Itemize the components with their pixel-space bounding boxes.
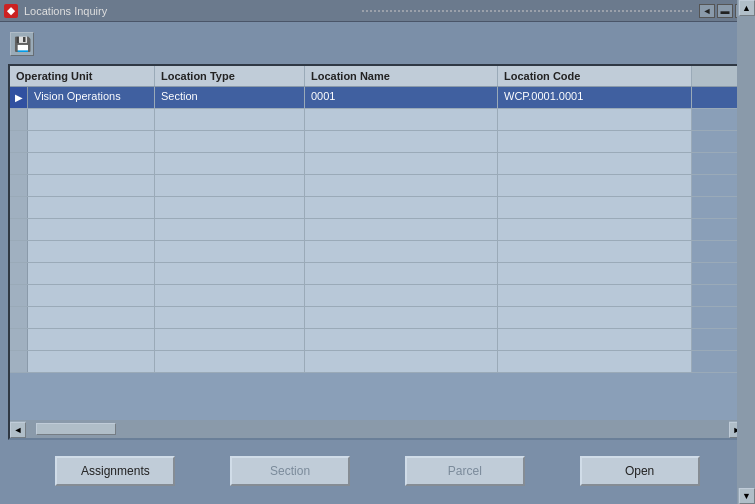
cell-operating-unit [28,109,155,130]
table-row[interactable] [10,153,745,175]
row-indicator [10,241,28,262]
save-toolbar-button[interactable]: 💾 [10,32,34,56]
cell-location-code [498,351,692,372]
col-header-location-code: Location Code [498,66,692,86]
cell-location-type [155,197,305,218]
restore-button[interactable]: ◄ [699,4,715,18]
cell-location-code [498,153,692,174]
open-button[interactable]: Open [580,456,700,486]
cell-location-name [305,263,498,284]
cell-location-name [305,351,498,372]
cell-operating-unit [28,175,155,196]
cell-operating-unit [28,329,155,350]
cell-location-name [305,329,498,350]
cell-location-type [155,263,305,284]
table-row[interactable] [10,219,745,241]
cell-operating-unit [28,263,155,284]
table-row[interactable] [10,241,745,263]
cell-location-name [305,285,498,306]
table-row[interactable] [10,197,745,219]
window-title: Locations Inquiry [24,5,356,17]
row-indicator [10,307,28,328]
cell-operating-unit [28,153,155,174]
cell-location-code [498,263,692,284]
window-body: 💾 Operating Unit Location Type Location … [0,22,755,504]
row-indicator [10,219,28,240]
cell-operating-unit [28,197,155,218]
cell-location-name: 0001 [305,87,498,108]
col-header-location-name: Location Name [305,66,498,86]
cell-location-code [498,307,692,328]
cell-location-name [305,153,498,174]
row-indicator [10,153,28,174]
cell-location-type [155,241,305,262]
row-indicator [10,175,28,196]
table-row[interactable] [10,263,745,285]
table-container: Operating Unit Location Type Location Na… [8,64,747,440]
table-row[interactable] [10,285,745,307]
col-header-operating-unit: Operating Unit [10,66,155,86]
vertical-scrollbar[interactable]: ▲ ▼ [737,87,745,420]
cell-location-name [305,241,498,262]
row-indicator [10,131,28,152]
title-dots [362,10,694,12]
cell-location-code [498,219,692,240]
minimize-button[interactable]: ▬ [717,4,733,18]
cell-operating-unit [28,351,155,372]
scroll-left-button[interactable]: ◄ [10,422,26,438]
table-main: ▶ Vision Operations Section 0001 WCP.000… [10,87,745,420]
cell-location-code [498,241,692,262]
scroll-track-horizontal [26,421,729,438]
cell-operating-unit [28,307,155,328]
app-icon: ◆ [4,4,18,18]
section-button[interactable]: Section [230,456,350,486]
table-row[interactable] [10,109,745,131]
cell-operating-unit: Vision Operations [28,87,155,108]
table-header: Operating Unit Location Type Location Na… [10,66,745,87]
cell-location-code [498,175,692,196]
row-indicator [10,197,28,218]
parcel-button[interactable]: Parcel [405,456,525,486]
table-content-area: ▶ Vision Operations Section 0001 WCP.000… [10,87,745,420]
save-icon: 💾 [14,36,31,52]
cell-location-type [155,285,305,306]
cell-location-name [305,307,498,328]
cell-location-type [155,219,305,240]
cell-location-type [155,131,305,152]
table-row[interactable] [10,329,745,351]
table-row[interactable] [10,131,745,153]
row-indicator [10,263,28,284]
row-indicator: ▶ [10,87,28,108]
cell-location-name [305,131,498,152]
row-indicator [10,329,28,350]
selected-arrow-icon: ▶ [15,92,23,103]
cell-location-code [498,285,692,306]
cell-location-name [305,197,498,218]
row-indicator [10,109,28,130]
cell-location-code [498,109,692,130]
cell-location-code [498,131,692,152]
assignments-button[interactable]: Assignments [55,456,175,486]
horizontal-scrollbar[interactable]: ◄ ► [10,420,745,438]
cell-location-type [155,351,305,372]
col-header-scroll-placeholder [692,66,710,86]
cell-location-name [305,109,498,130]
scroll-track-vertical [738,87,745,420]
cell-location-code [498,197,692,218]
cell-location-type [155,109,305,130]
cell-operating-unit [28,285,155,306]
table-row[interactable] [10,175,745,197]
cell-operating-unit [28,131,155,152]
table-row[interactable]: ▶ Vision Operations Section 0001 WCP.000… [10,87,745,109]
cell-location-code: WCP.0001.0001 [498,87,692,108]
col-header-location-type: Location Type [155,66,305,86]
cell-location-type [155,175,305,196]
cell-operating-unit [28,241,155,262]
row-indicator [10,285,28,306]
table-row[interactable] [10,307,745,329]
cell-location-type: Section [155,87,305,108]
table-row[interactable] [10,351,745,373]
scroll-thumb-horizontal[interactable] [36,423,116,435]
cell-location-type [155,329,305,350]
bottom-bar: Assignments Section Parcel Open [8,446,747,496]
